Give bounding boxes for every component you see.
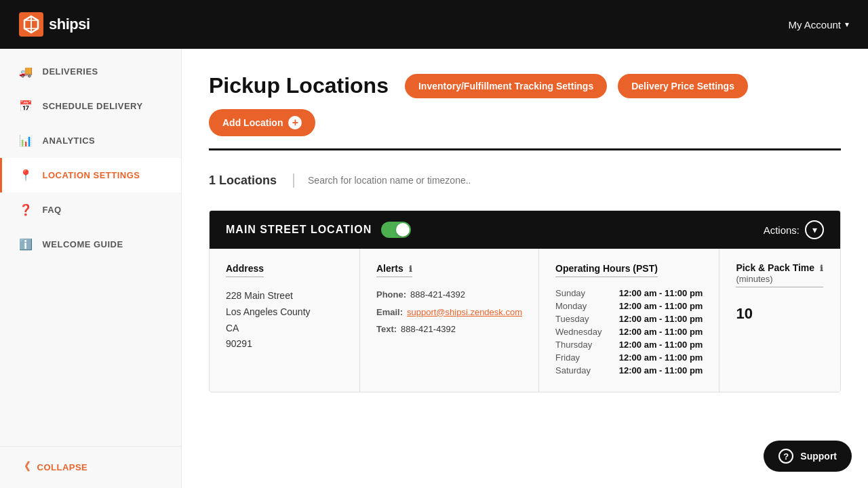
sidebar-item-location-settings[interactable]: 📍 LOCATION SETTINGS [0, 158, 181, 192]
sidebar-item-location-settings-label: LOCATION SETTINGS [43, 170, 140, 180]
location-card-header: MAIN STREET LOCATION Actions: ▾ [210, 211, 840, 249]
hours-day: Tuesday [555, 314, 616, 324]
faq-icon: ❓ [19, 203, 33, 216]
hours-day: Monday [555, 301, 616, 311]
hours-table: Sunday12:00 am - 11:00 pmMonday12:00 am … [555, 288, 703, 375]
sidebar-item-analytics-label: ANALYTICS [43, 136, 96, 146]
address-line4: 90291 [226, 336, 343, 352]
deliveries-icon: 🚚 [19, 65, 33, 78]
actions-chevron-icon[interactable]: ▾ [805, 220, 824, 239]
collapse-icon: 《 [19, 460, 31, 474]
location-name: MAIN STREET LOCATION [226, 224, 372, 236]
inventory-fulfillment-button[interactable]: Inventory/Fulfillment Tracking Settings [405, 74, 607, 98]
header: shipsi My Account ▾ [0, 0, 868, 49]
operating-hours-section: Operating Hours (PST) Sunday12:00 am - 1… [539, 249, 719, 392]
hours-time: 12:00 am - 11:00 pm [619, 352, 703, 363]
alerts-title: Alerts ℹ [376, 263, 412, 277]
locations-bar: 1 Locations [209, 169, 841, 191]
support-label: Support [800, 451, 837, 462]
my-account-menu[interactable]: My Account ▾ [788, 19, 849, 30]
phone-value: 888-421-4392 [410, 288, 465, 302]
add-location-button[interactable]: Add Location + [209, 109, 315, 136]
sidebar: 🚚 DELIVERIES 📅 SCHEDULE DELIVERY 📊 ANALY… [0, 49, 182, 488]
operating-hours-title: Operating Hours (PST) [555, 263, 658, 277]
hours-day: Saturday [555, 365, 616, 375]
hours-time: 12:00 am - 11:00 pm [619, 340, 703, 350]
alerts-info-icon: ℹ [409, 264, 412, 274]
hours-row: Friday12:00 am - 11:00 pm [555, 352, 703, 363]
delivery-price-settings-button[interactable]: Delivery Price Settings [618, 74, 748, 98]
collapse-button[interactable]: 《 Collapse [19, 460, 162, 474]
sidebar-footer: 《 Collapse [0, 446, 181, 488]
schedule-delivery-icon: 📅 [19, 100, 33, 113]
hours-day: Friday [555, 352, 616, 363]
alert-email-row: Email: support@shipsi.zendesk.com [376, 306, 522, 319]
sidebar-item-faq-label: FAQ [43, 205, 62, 215]
analytics-icon: 📊 [19, 134, 33, 147]
sidebar-item-schedule-delivery[interactable]: 📅 SCHEDULE DELIVERY [0, 89, 181, 123]
alert-phone-row: Phone: 888-421-4392 [376, 288, 522, 302]
text-label: Text: [376, 323, 397, 336]
page-header: Pickup Locations Inventory/Fulfillment T… [209, 49, 841, 150]
hours-time: 12:00 am - 11:00 pm [619, 301, 703, 311]
pick-pack-value: 10 [736, 305, 824, 323]
sidebar-item-analytics[interactable]: 📊 ANALYTICS [0, 123, 181, 158]
sidebar-item-welcome-guide-label: WELCOME GUIDE [43, 239, 123, 249]
address-title: Address [226, 263, 264, 277]
locations-count: 1 Locations [209, 174, 294, 188]
text-value: 888-421-4392 [401, 323, 456, 336]
hours-row: Wednesday12:00 am - 11:00 pm [555, 327, 703, 337]
toggle-knob [396, 223, 410, 237]
pick-pack-section: Pick & Pack Time ℹ (minutes) 10 [719, 249, 840, 392]
add-location-plus-icon: + [288, 116, 302, 129]
pick-pack-info-icon: ℹ [820, 264, 823, 273]
address-line3: CA [226, 321, 343, 337]
sidebar-item-faq[interactable]: ❓ FAQ [0, 192, 181, 227]
sidebar-item-welcome-guide[interactable]: ℹ️ WELCOME GUIDE [0, 227, 181, 262]
hours-day: Wednesday [555, 327, 616, 337]
address-text: 228 Main Street Los Angeles County CA 90… [226, 288, 343, 352]
address-line2: Los Angeles County [226, 304, 343, 321]
hours-row: Sunday12:00 am - 11:00 pm [555, 288, 703, 298]
my-account-chevron: ▾ [845, 20, 849, 29]
hours-row: Thursday12:00 am - 11:00 pm [555, 340, 703, 350]
email-label: Email: [376, 306, 403, 319]
location-search-input[interactable] [294, 169, 841, 191]
support-button[interactable]: ? Support [764, 441, 852, 472]
location-settings-icon: 📍 [19, 169, 33, 182]
actions-label: Actions: [764, 224, 800, 236]
alert-text-row: Text: 888-421-4392 [376, 323, 522, 336]
address-line1: 228 Main Street [226, 288, 343, 304]
hours-time: 12:00 am - 11:00 pm [619, 314, 703, 324]
address-section: Address 228 Main Street Los Angeles Coun… [210, 249, 360, 392]
hours-row: Monday12:00 am - 11:00 pm [555, 301, 703, 311]
layout: 🚚 DELIVERIES 📅 SCHEDULE DELIVERY 📊 ANALY… [0, 49, 868, 488]
hours-day: Thursday [555, 340, 616, 350]
welcome-guide-icon: ℹ️ [19, 238, 33, 251]
sidebar-nav: 🚚 DELIVERIES 📅 SCHEDULE DELIVERY 📊 ANALY… [0, 49, 181, 267]
hours-row: Saturday12:00 am - 11:00 pm [555, 365, 703, 375]
logo-text: shipsi [49, 16, 90, 33]
support-icon: ? [778, 449, 793, 464]
alerts-section: Alerts ℹ Phone: 888-421-4392 Email: supp… [360, 249, 539, 392]
shipsi-logo-icon [19, 12, 43, 37]
logo: shipsi [19, 12, 90, 37]
sidebar-item-schedule-delivery-label: SCHEDULE DELIVERY [43, 101, 143, 111]
hours-time: 12:00 am - 11:00 pm [619, 327, 703, 337]
hours-time: 12:00 am - 11:00 pm [619, 365, 703, 375]
actions-row[interactable]: Actions: ▾ [764, 220, 824, 239]
sidebar-item-deliveries-label: DELIVERIES [43, 66, 98, 77]
collapse-label: Collapse [37, 462, 88, 472]
hours-row: Tuesday12:00 am - 11:00 pm [555, 314, 703, 324]
location-card-body: Address 228 Main Street Los Angeles Coun… [210, 249, 840, 392]
hours-day: Sunday [555, 288, 616, 298]
add-location-label: Add Location [222, 117, 283, 128]
location-card: MAIN STREET LOCATION Actions: ▾ Address … [209, 210, 841, 392]
pick-pack-title: Pick & Pack Time ℹ (minutes) [736, 262, 823, 287]
phone-label: Phone: [376, 288, 406, 302]
sidebar-item-deliveries[interactable]: 🚚 DELIVERIES [0, 54, 181, 89]
hours-time: 12:00 am - 11:00 pm [619, 288, 703, 298]
email-value: support@shipsi.zendesk.com [407, 306, 522, 319]
location-toggle[interactable] [381, 222, 411, 238]
location-name-row: MAIN STREET LOCATION [226, 222, 411, 238]
